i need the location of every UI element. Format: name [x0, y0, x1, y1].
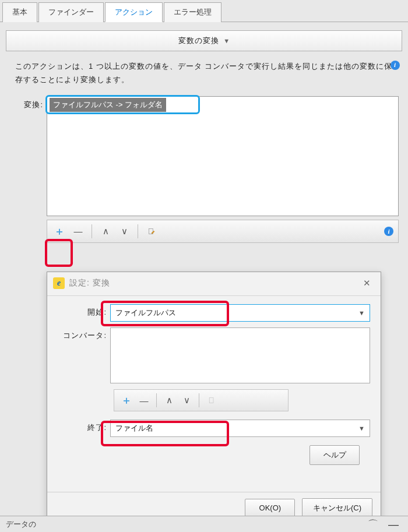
document-pencil-icon — [148, 227, 155, 236]
dialog-body: 開始: ファイルフルパス ▼ コンバータ: ＋ — ∧ ∨ 終了: — [47, 296, 381, 473]
chevron-down-icon: ▼ — [223, 37, 230, 44]
remove-button[interactable]: — — [71, 224, 86, 239]
separator — [92, 224, 92, 238]
close-button[interactable]: ✕ — [358, 277, 375, 290]
settings-dialog: 設定: 変換 ✕ 開始: ファイルフルパス ▼ コンバータ: ＋ — ∧ ∨ — [47, 272, 381, 524]
action-title: 変数の変換 — [178, 36, 219, 45]
edit-button[interactable] — [144, 224, 159, 239]
plus-icon: ＋ — [54, 224, 65, 238]
start-value: ファイルフルパス — [115, 308, 176, 318]
end-label: 終了: — [58, 420, 110, 433]
converter-toolbar: ＋ — ∧ ∨ — [114, 389, 289, 411]
move-down-button[interactable]: ∨ — [179, 393, 194, 408]
plus-icon: ＋ — [121, 393, 132, 407]
converter-row: コンバータ: — [58, 327, 370, 383]
chevron-down-icon: ▼ — [358, 309, 365, 316]
help-button[interactable]: ヘルプ — [309, 445, 360, 465]
cancel-button[interactable]: キャンセル(C) — [302, 498, 372, 518]
dialog-title: 設定: 変換 — [69, 278, 110, 288]
svg-rect-1 — [209, 398, 213, 403]
separator — [138, 224, 138, 238]
chevron-down-icon: ▼ — [358, 425, 365, 432]
minimize-icon[interactable]: ⌒ — [368, 519, 382, 530]
end-row: 終了: ファイル名 ▼ — [58, 420, 370, 437]
move-up-button[interactable]: ∧ — [98, 224, 113, 239]
converter-label: コンバータ: — [58, 327, 110, 341]
remove-button[interactable]: — — [136, 393, 152, 408]
convert-row: 変換: ファイルフルパス -> フォルダ名 — [0, 87, 408, 216]
convert-toolbar: ＋ — ∧ ∨ i — [47, 220, 399, 243]
help-icon[interactable]: i — [384, 227, 393, 236]
tab-bar: 基本 ファインダー アクション エラー処理 — [0, 0, 408, 22]
dialog-titlebar: 設定: 変換 ✕ — [47, 272, 381, 296]
convert-label: 変換: — [9, 96, 47, 216]
list-item[interactable]: ファイルフルパス -> フォルダ名 — [50, 98, 166, 112]
add-button[interactable]: ＋ — [52, 224, 67, 239]
action-title-bar[interactable]: 変数の変換 ▼ — [6, 30, 402, 51]
ok-button[interactable]: OK(O) — [245, 499, 295, 517]
separator — [199, 393, 199, 407]
convert-listbox[interactable]: ファイルフルパス -> フォルダ名 — [47, 96, 399, 216]
add-button[interactable]: ＋ — [119, 393, 134, 408]
start-row: 開始: ファイルフルパス ▼ — [58, 304, 370, 322]
move-down-button[interactable]: ∨ — [117, 224, 132, 239]
tab-action[interactable]: アクション — [105, 2, 163, 22]
end-select[interactable]: ファイル名 ▼ — [110, 420, 370, 437]
start-select[interactable]: ファイルフルパス ▼ — [110, 304, 370, 322]
converter-listbox[interactable] — [110, 327, 370, 383]
move-up-button[interactable]: ∧ — [161, 393, 177, 408]
annotation-red-add — [45, 239, 73, 267]
tab-error[interactable]: エラー処理 — [164, 2, 221, 22]
status-bar: データの ⌒ — — [0, 516, 408, 532]
description-text: このアクションは、1 つ以上の変数の値を、データ コンバータで実行し結果を同じま… — [15, 62, 392, 84]
document-icon — [208, 396, 215, 405]
separator — [156, 393, 157, 407]
dash-icon[interactable]: — — [388, 519, 402, 530]
status-text: データの — [6, 519, 36, 530]
tab-basic[interactable]: 基本 — [2, 2, 37, 22]
help-icon[interactable]: i — [391, 61, 400, 70]
description-area: このアクションは、1 つ以上の変数の値を、データ コンバータで実行し結果を同じま… — [0, 59, 408, 87]
dialog-app-icon — [53, 277, 65, 289]
edit-button[interactable] — [204, 393, 219, 408]
end-value: ファイル名 — [115, 423, 153, 434]
tab-finder[interactable]: ファインダー — [38, 2, 104, 22]
start-label: 開始: — [58, 304, 110, 318]
